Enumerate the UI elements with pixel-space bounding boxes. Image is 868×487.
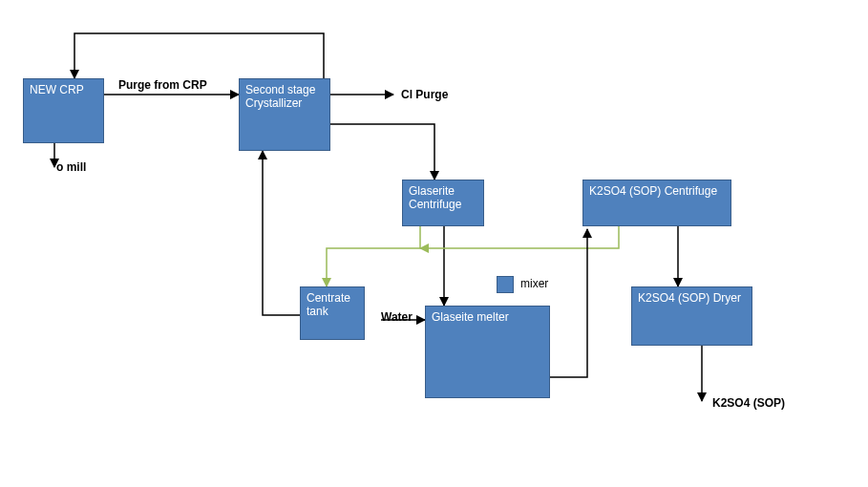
box-glaserite-centrifuge-label: Glaserite Centrifuge	[409, 184, 461, 211]
label-mixer: mixer	[520, 277, 548, 290]
label-k2so4-sop: K2SO4 (SOP)	[712, 396, 785, 410]
label-to-mill: o mill	[56, 160, 86, 174]
box-k2so4-centrifuge: K2SO4 (SOP) Centrifuge	[582, 180, 731, 226]
box-second-stage: Second stage Crystallizer	[239, 78, 330, 151]
box-centrate-tank-label: Centrate tank	[307, 291, 350, 318]
box-centrate-tank: Centrate tank	[300, 286, 365, 340]
label-cl-purge: Cl Purge	[401, 88, 448, 101]
box-second-stage-label: Second stage Crystallizer	[245, 83, 315, 110]
box-k2so4-centrifuge-label: K2SO4 (SOP) Centrifuge	[589, 184, 717, 198]
box-k2so4-dryer-label: K2SO4 (SOP) Dryer	[638, 291, 741, 305]
box-new-crp-label: NEW CRP	[30, 83, 84, 96]
box-glaseite-melter: Glaseite melter	[425, 306, 550, 398]
label-purge-from-crp: Purge from CRP	[118, 78, 207, 92]
box-glaseite-melter-label: Glaseite melter	[432, 310, 509, 324]
box-mixer	[497, 276, 514, 293]
label-water: Water	[381, 310, 413, 324]
box-k2so4-dryer: K2SO4 (SOP) Dryer	[631, 286, 752, 346]
box-new-crp: NEW CRP	[23, 78, 104, 143]
connector-canvas	[0, 0, 868, 487]
box-glaserite-centrifuge: Glaserite Centrifuge	[402, 180, 484, 226]
